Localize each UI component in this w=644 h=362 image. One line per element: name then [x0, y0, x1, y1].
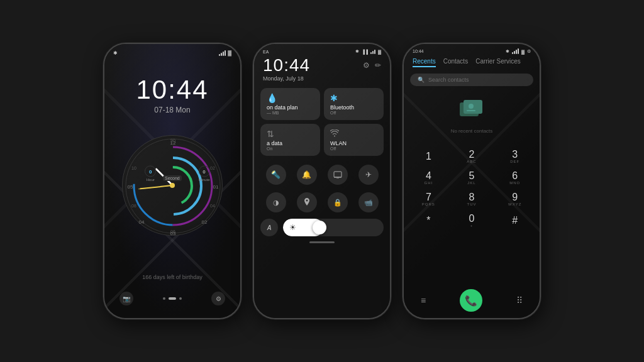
- dial-key-6[interactable]: 6 MNO: [494, 168, 536, 188]
- dialer: 1 2 ABC 3 DEF 4 GHI 5 JKL: [404, 146, 540, 231]
- auto-brightness-btn[interactable]: ◑: [266, 192, 286, 212]
- clock-center-dot: [170, 183, 175, 188]
- search-icon: 🔍: [418, 77, 425, 83]
- dial-key-hash[interactable]: #: [494, 211, 536, 231]
- phone1-screen: ✱ ▓ 10:44 07-18 Mon: [104, 44, 240, 318]
- lock-btn[interactable]: 🔒: [328, 192, 348, 212]
- notification-icon[interactable]: 🔔: [297, 165, 317, 185]
- phone2-date: Monday, July 18: [254, 75, 390, 82]
- no-recent-label: No recent contacts: [451, 128, 493, 134]
- dial-key-8[interactable]: 8 TUV: [451, 189, 493, 209]
- phone3-bottom-nav: ≡ 📞 ⠿: [404, 289, 540, 312]
- mobile-data-icon: ⇅: [267, 129, 274, 139]
- qs-tile-mobile-row: ⇅: [267, 129, 314, 139]
- qs-tile-bt-row: ✱: [330, 93, 377, 103]
- screen-cast-icon[interactable]: [328, 165, 348, 185]
- hour-dial: 0 Hour: [145, 166, 156, 182]
- tab-contacts[interactable]: Contacts: [443, 58, 468, 67]
- phone3-settings-icon[interactable]: ⚙: [527, 49, 531, 54]
- qs-controls-row: ◑ 🔒 📹: [254, 192, 390, 212]
- contact-card-icon: [458, 100, 485, 124]
- signal-bar-1: [219, 54, 220, 56]
- svg-text:06: 06: [170, 229, 175, 234]
- svg-rect-21: [467, 110, 475, 111]
- contacts-tabs: Recents Contacts Carrier Services: [404, 55, 540, 70]
- qs-tile-mobile[interactable]: ⇅ a data On: [260, 124, 320, 156]
- qs-mobile-title: a data: [267, 140, 314, 146]
- carrier-label: EA: [263, 50, 269, 54]
- sun-icon: ☀: [289, 223, 296, 232]
- phone2-time: 10:44: [263, 55, 310, 75]
- svg-text:04: 04: [210, 204, 215, 208]
- second-label: Second: [163, 175, 182, 181]
- call-button[interactable]: 📞: [460, 289, 482, 312]
- dot-1: [163, 297, 165, 300]
- auto-text-btn[interactable]: A: [260, 219, 278, 236]
- nav-line: [309, 241, 335, 243]
- dial-key-3[interactable]: 3 DEF: [494, 146, 536, 167]
- dial-key-5[interactable]: 5 JKL: [451, 168, 493, 188]
- phone1-time: 10:44: [104, 77, 240, 103]
- svg-text:01: 01: [213, 184, 219, 190]
- gear-icon[interactable]: ⚙: [363, 61, 370, 70]
- video-btn[interactable]: 📹: [358, 192, 379, 212]
- dot-2: [169, 297, 176, 300]
- flashlight-icon[interactable]: 🔦: [266, 165, 286, 185]
- dial-key-4[interactable]: 4 GHI: [408, 168, 450, 188]
- bluetooth-status-icon: ✱: [113, 50, 118, 56]
- qs-tile-wlan[interactable]: WLAN Off: [324, 124, 384, 156]
- svg-text:90: 90: [170, 138, 175, 143]
- search-contacts-bar[interactable]: 🔍 Search contacts: [410, 74, 533, 86]
- qs-tile-bluetooth[interactable]: ✱ Bluetooth Off: [324, 88, 384, 120]
- a-label: A: [267, 224, 271, 231]
- quick-settings-grid: 💧 on data plan — MB ✱ Bluetooth Off ⇅ a …: [254, 88, 390, 156]
- grid-icon[interactable]: ⠿: [516, 295, 523, 305]
- bluetooth-icon: ✱: [355, 49, 359, 54]
- phone1-status-bar: ✱ ▓: [104, 50, 240, 56]
- qs-tile-data[interactable]: 💧 on data plan — MB: [260, 88, 320, 120]
- phone3-status-bar: 10:44 ✱ ▓ ⚙: [404, 44, 540, 55]
- tab-recents[interactable]: Recents: [413, 58, 436, 67]
- power-button[interactable]: [240, 119, 242, 145]
- bluetooth-tile-icon: ✱: [330, 93, 338, 103]
- brightness-slider[interactable]: ☀: [283, 219, 384, 236]
- signal-icon: [219, 51, 226, 56]
- qs-data-icon: 💧: [267, 93, 277, 103]
- dial-key-7[interactable]: 7 PQRS: [408, 189, 450, 209]
- dot-3: [179, 297, 182, 300]
- svg-text:10: 10: [131, 166, 136, 170]
- qs-wlan-title: WLAN: [330, 140, 377, 146]
- phone3-screen: 10:44 ✱ ▓ ⚙ Recents Contacts Carrier Ser…: [404, 44, 540, 318]
- phone3-power-button[interactable]: [540, 119, 541, 145]
- phone2-screen: EA ✱ ▐▐ ▓ 10:44 ⚙ ✏ Monday, July 18: [254, 44, 390, 318]
- phone3-signal: [512, 49, 519, 54]
- bar2: [372, 51, 374, 54]
- location-btn[interactable]: [297, 192, 317, 212]
- dial-key-star[interactable]: *: [408, 211, 450, 231]
- search-placeholder: Search contacts: [428, 77, 469, 83]
- dial-key-0[interactable]: 0 +: [451, 211, 493, 231]
- svg-text:05: 05: [128, 184, 133, 190]
- qs-mobile-sub: On: [267, 146, 314, 151]
- airplane-icon[interactable]: ✈: [358, 165, 379, 185]
- signal-bar-2: [221, 53, 222, 56]
- qs-bt-title: Bluetooth: [330, 104, 377, 111]
- menu-icon[interactable]: ≡: [421, 295, 426, 305]
- qs-data-title: on data plan: [267, 104, 314, 111]
- tab-carrier[interactable]: Carrier Services: [475, 58, 521, 67]
- phone1-time-block: 10:44 07-18 Mon: [104, 77, 240, 114]
- dial-key-1[interactable]: 1: [408, 146, 450, 167]
- phone2-time-row: 10:44 ⚙ ✏: [254, 55, 390, 75]
- dial-key-2[interactable]: 2 ABC: [451, 146, 493, 167]
- phone2-power-button[interactable]: [390, 119, 391, 145]
- qs-small-icons-row: 🔦 🔔 ✈: [254, 162, 390, 187]
- phone1-analog-clock: 12 01 02 03 04 05 10 08 06 04 02 90: [122, 135, 223, 236]
- battery-icon: ▓: [228, 50, 231, 56]
- dial-key-9[interactable]: 9 WXYZ: [494, 189, 536, 209]
- settings-icon[interactable]: ⚙: [211, 292, 225, 305]
- battery-icon: ▓: [378, 50, 381, 54]
- phone-3: 10:44 ✱ ▓ ⚙ Recents Contacts Carrier Ser…: [402, 43, 541, 319]
- clock-face: 12 01 02 03 04 05 10 08 06 04 02 90: [122, 135, 223, 236]
- edit-icon[interactable]: ✏: [375, 61, 381, 70]
- camera-icon[interactable]: 📷: [119, 292, 133, 305]
